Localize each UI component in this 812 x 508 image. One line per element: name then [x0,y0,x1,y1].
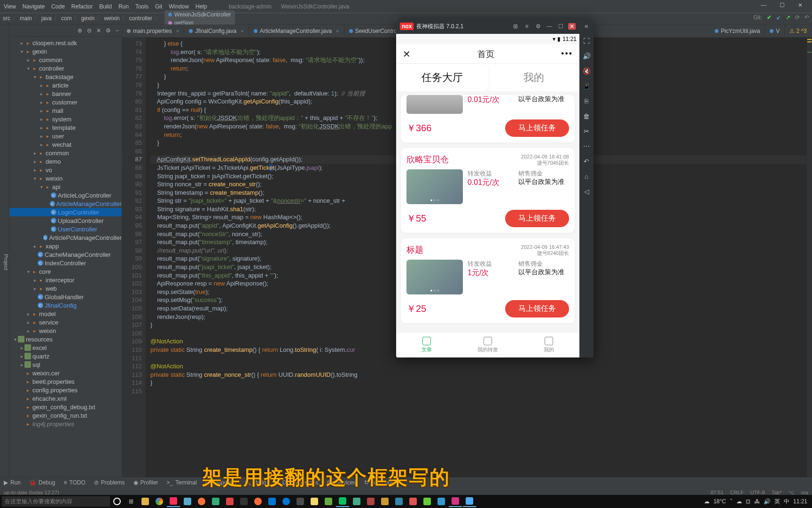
editor-tab-main.properties[interactable]: main.properties× [122,24,184,37]
edge-icon[interactable] [280,496,293,507]
tree-node-config.properties[interactable]: ▸config.properties [9,386,122,394]
task-card-1[interactable]: 欣略宝贝仓 2022-04-09 18:41:08捷号7045团长 ● ○ ○ … [401,148,575,233]
network-icon[interactable]: 🖧 [754,498,760,505]
tree-node-LoginController[interactable]: LoginController [9,208,122,216]
tree-node-vo[interactable]: ▸▸vo [9,166,122,174]
ime-lang[interactable]: 英 [774,498,780,506]
vscode-icon[interactable] [265,496,279,507]
tree-node-model[interactable]: ▸▸model [9,310,122,318]
sidebar-tool-1[interactable]: ⊖ [87,27,92,34]
menu-git[interactable]: Git [155,3,162,10]
editor-tab-ArticleManageController.java[interactable]: ArticleManageController.java× [249,24,344,37]
tray-chevron-icon[interactable]: ˄ [730,498,733,505]
tree-node-CacheManageController[interactable]: CacheManageController [9,250,122,259]
project-tree[interactable]: ▸▸cloopen.rest.sdk▾▸gexin▸▸common▾▸contr… [9,37,122,430]
emu-collapse-icon[interactable]: « [582,22,591,30]
tree-node-interceptor[interactable]: ▸▸interceptor [9,276,122,284]
git-clock-icon[interactable]: ⟳ [795,14,800,21]
tree-node-quartz[interactable]: ▸quartz [9,352,122,360]
app-icon-3[interactable] [237,496,250,507]
claim-task-button[interactable]: 马上领任务 [505,210,569,227]
editor-tab-JfinalConfig.java[interactable]: JfinalConfig.java× [184,24,249,37]
tree-node-sql[interactable]: ▸sql [9,360,122,369]
app-icon-2[interactable] [223,496,236,507]
tree-node-JfinalConfig[interactable]: JfinalConfig [9,301,122,310]
tree-node-weixin[interactable]: ▸▸weixin [9,326,122,335]
sublime-icon[interactable] [294,496,307,507]
app-icon-7[interactable] [378,496,391,507]
tree-node-gexin_config_run.txt[interactable]: ▸gexin_config_run.txt [9,411,122,420]
taskview-icon[interactable]: ⊞ [125,496,138,507]
emu-maximize-icon[interactable]: ☐ [557,23,564,30]
menu-build[interactable]: Build [99,3,112,10]
editor-tab-PicYzmUtil.java[interactable]: PicYzmUtil.java [710,24,765,37]
bnav-articles[interactable]: 文章 [396,333,457,357]
tree-node-ArticlePcManageController[interactable]: ArticlePcManageController [9,233,122,242]
tree-node-backstage[interactable]: ▾▸backstage [9,72,122,81]
app-icon-5[interactable] [350,496,363,507]
app-icon-9[interactable] [406,496,420,507]
tree-node-service[interactable]: ▸▸service [9,318,122,326]
git-push-icon[interactable]: ↗ [786,14,790,21]
tree-node-wechat[interactable]: ▸▸wechat [9,140,122,149]
emu-side-icon-7[interactable]: ⋯ [582,142,591,151]
close-icon[interactable]: ✕ [798,2,803,8]
app-icon-10[interactable] [421,496,434,507]
crumb-src[interactable]: src [3,15,10,22]
crumb-main[interactable]: main [20,15,32,22]
emu-close-icon[interactable]: ✕ [568,23,576,30]
close-tab-icon[interactable]: × [176,28,179,34]
emu-side-icon-4[interactable]: ⎘ [582,97,591,105]
menu-navigate[interactable]: Navigate [23,3,45,10]
app-icon-11[interactable] [435,496,448,507]
tree-node-weixin[interactable]: ▾▸weixin [9,174,122,183]
claim-task-button[interactable]: 马上领任务 [505,119,569,137]
emu-side-icon-2[interactable]: 🔇 [582,67,591,75]
tree-node-UserController[interactable]: UserController [9,225,122,233]
onedrive-icon[interactable]: ☁ [736,498,742,505]
tree-node-customer[interactable]: ▸▸customer [9,98,122,106]
editor-tab-V[interactable]: V [765,24,785,37]
tray-clock[interactable]: 11:21 [793,498,807,505]
menu-code[interactable]: Code [51,3,65,10]
tree-node-article[interactable]: ▸▸article [9,81,122,89]
toolwin-profiler[interactable]: ◉Profiler [133,479,158,486]
toolwin-terminal[interactable]: >_Terminal [167,479,197,486]
tree-node-ehcache.xml[interactable]: ▸ehcache.xml [9,394,122,403]
tree-node-beetl.properties[interactable]: ▸beetl.properties [9,377,122,386]
tree-node-common[interactable]: ▸▸common [9,149,122,157]
emu-side-icon-3[interactable]: 📱 [582,82,591,90]
toolwin-run[interactable]: ▶Run [4,479,21,486]
toolwin-debug[interactable]: 🐞Debug [29,479,55,486]
minimize-icon[interactable]: — [761,2,766,8]
git-update-icon[interactable]: ↙ [776,14,781,21]
crumb-tab-WeixinJsSdkController[interactable]: WeixinJsSdkController [164,10,235,19]
sidebar-tool-3[interactable]: ⚙ [106,27,111,34]
tree-node-banner[interactable]: ▸▸banner [9,89,122,98]
app-icon-8[interactable] [392,496,406,507]
intellij-icon[interactable] [167,496,180,507]
tree-node-ArticleManageController[interactable]: ArticleManageController [9,199,122,208]
tree-node-mall[interactable]: ▸▸mall [9,106,122,115]
taskbar-search[interactable]: 在这里输入你要搜索的内容 [2,496,110,507]
crumb-controller[interactable]: controller [129,15,152,22]
menu-refactor[interactable]: Refactor [71,3,93,10]
app-icon-1[interactable] [209,496,222,507]
close-tab-icon[interactable]: × [241,28,243,34]
task-feed[interactable]: 0.01元/次以平台政策为准 ￥366 马上领任务 欣略宝贝仓 2022-04-… [396,91,579,332]
navicat-icon[interactable] [308,496,321,507]
emu-side-icon-9[interactable]: ⌂ [582,172,591,181]
git-revert-icon[interactable]: ↶ [804,14,809,21]
tree-node-ArticleLogController[interactable]: ArticleLogController [9,191,122,199]
tree-node-log4j.properties[interactable]: ▸log4j.properties [9,420,122,428]
menu-window[interactable]: Window [169,3,189,10]
tree-node-gexin_config_debug.txt[interactable]: ▸gexin_config_debug.txt [9,403,122,411]
git-check-icon[interactable]: ✔ [767,14,772,21]
tree-node-UploadController[interactable]: UploadController [9,216,122,225]
tree-node-controller[interactable]: ▾▸controller [9,64,122,72]
wechat-icon[interactable] [336,496,349,507]
tree-node-resources[interactable]: ▾resources [9,335,122,343]
sidebar-tool-4[interactable]: − [116,27,119,34]
emu-side-icon-8[interactable]: ↶ [582,157,591,166]
notepad-icon[interactable] [181,496,194,507]
